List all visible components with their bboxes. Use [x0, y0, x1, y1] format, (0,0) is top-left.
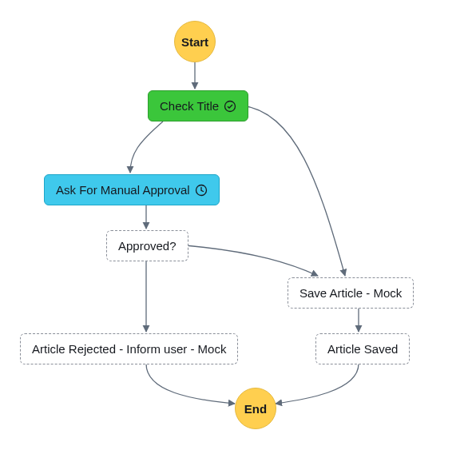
start-node[interactable]: Start [174, 21, 216, 62]
edge-layer [0, 0, 476, 458]
save-article-node[interactable]: Save Article - Mock [288, 277, 414, 309]
check-title-node[interactable]: Check Title [148, 90, 248, 121]
flowchart-canvas: Start Check Title Ask For Manual Approva… [0, 0, 476, 458]
approved-choice-node[interactable]: Approved? [106, 230, 188, 261]
check-circle-icon [224, 100, 236, 113]
end-label: End [244, 402, 267, 416]
save-article-label: Save Article - Mock [299, 286, 402, 300]
approved-label: Approved? [118, 239, 177, 253]
svg-point-0 [225, 101, 236, 111]
end-node[interactable]: End [235, 388, 276, 429]
article-saved-node[interactable]: Article Saved [315, 333, 410, 364]
check-title-label: Check Title [160, 99, 219, 113]
manual-approval-label: Ask For Manual Approval [56, 183, 190, 197]
start-label: Start [181, 35, 208, 49]
article-rejected-label: Article Rejected - Inform user - Mock [32, 342, 226, 356]
article-saved-label: Article Saved [327, 342, 398, 356]
clock-icon [195, 184, 208, 197]
manual-approval-node[interactable]: Ask For Manual Approval [44, 174, 220, 205]
article-rejected-node[interactable]: Article Rejected - Inform user - Mock [20, 333, 238, 364]
